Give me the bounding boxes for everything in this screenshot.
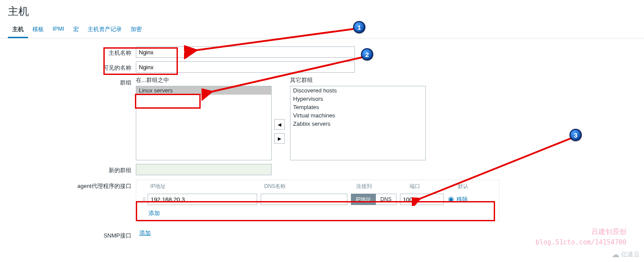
newgroup-input[interactable]: [136, 164, 272, 175]
other-groups-header: 其它群组: [290, 76, 426, 86]
tab-host[interactable]: 主机: [8, 22, 28, 38]
agent-section-label: agent代理程序的接口: [0, 180, 136, 190]
brand-logo: ☁ 亿速云: [612, 250, 640, 259]
move-right-button[interactable]: ►: [274, 133, 285, 144]
annotation-callout-1: 1: [353, 21, 365, 33]
tabs-bar: 主机 模板 IPMI 宏 主机资产记录 加密: [0, 22, 644, 39]
list-item[interactable]: Discovered hosts: [290, 86, 425, 95]
newgroup-label: 新的群组: [0, 164, 136, 174]
tab-encrypt[interactable]: 加密: [126, 22, 146, 38]
add-snmp-interface-link[interactable]: 添加: [136, 230, 151, 236]
groups-label: 群组: [0, 76, 136, 87]
connect-dns-button[interactable]: DNS: [376, 194, 396, 205]
add-agent-interface-link[interactable]: 添加: [140, 208, 160, 221]
chevron-right-icon: ►: [276, 135, 282, 142]
list-item[interactable]: Hypervisors: [290, 95, 425, 103]
in-groups-header: 在...群组之中: [136, 76, 272, 86]
move-left-button[interactable]: ◄: [274, 119, 285, 130]
agent-dns-input[interactable]: [261, 194, 347, 205]
hostname-input[interactable]: [136, 46, 355, 58]
watermark-author: 吕建钊原创: [591, 227, 626, 237]
tab-ipmi[interactable]: IPMI: [48, 22, 69, 38]
cloud-icon: ☁: [612, 250, 619, 259]
connect-ip-button[interactable]: IP地址: [351, 194, 376, 205]
other-groups-listbox[interactable]: Discovered hosts Hypervisors Templates V…: [290, 86, 426, 160]
annotation-callout-3: 3: [570, 129, 582, 141]
agent-header-connect: 连接到: [356, 183, 410, 190]
list-item[interactable]: Zabbix servers: [290, 120, 425, 128]
tab-template[interactable]: 模板: [28, 22, 48, 38]
remove-interface-link[interactable]: 移除: [456, 195, 468, 203]
snmp-section-label: SNMP接口: [0, 229, 136, 240]
tab-macro[interactable]: 宏: [69, 22, 83, 38]
list-item[interactable]: Templates: [290, 103, 425, 111]
default-interface-radio[interactable]: [448, 197, 454, 202]
agent-interface-row: ⠿ IP地址 DNS 移除: [140, 192, 495, 208]
hostname-label: 主机名称: [0, 46, 136, 57]
agent-port-input[interactable]: [400, 194, 444, 205]
visiblename-label: 可见的名称: [0, 61, 136, 72]
watermark-url: blog.51cto.com/14154700: [535, 238, 626, 246]
agent-interface-box: IP地址 DNS名称 连接到 端口 默认 ⠿ IP地址 DNS: [136, 180, 499, 221]
page-title: 主机: [0, 0, 644, 22]
agent-ip-input[interactable]: [148, 194, 257, 205]
visiblename-input[interactable]: [136, 61, 355, 73]
annotation-callout-2: 2: [361, 48, 373, 60]
agent-header-ip: IP地址: [150, 183, 264, 190]
agent-header-dns: DNS名称: [264, 183, 356, 190]
list-item[interactable]: Virtual machines: [290, 111, 425, 120]
agent-header-port: 端口: [410, 183, 458, 190]
connect-to-segment: IP地址 DNS: [351, 194, 396, 205]
drag-handle-icon[interactable]: ⠿: [140, 197, 148, 202]
chevron-left-icon: ◄: [276, 121, 282, 128]
agent-header-default: 默认: [458, 183, 484, 190]
tab-inventory[interactable]: 主机资产记录: [83, 22, 126, 38]
in-groups-listbox[interactable]: Linux servers: [136, 86, 272, 160]
brand-text: 亿速云: [621, 251, 640, 258]
list-item[interactable]: Linux servers: [136, 86, 271, 95]
